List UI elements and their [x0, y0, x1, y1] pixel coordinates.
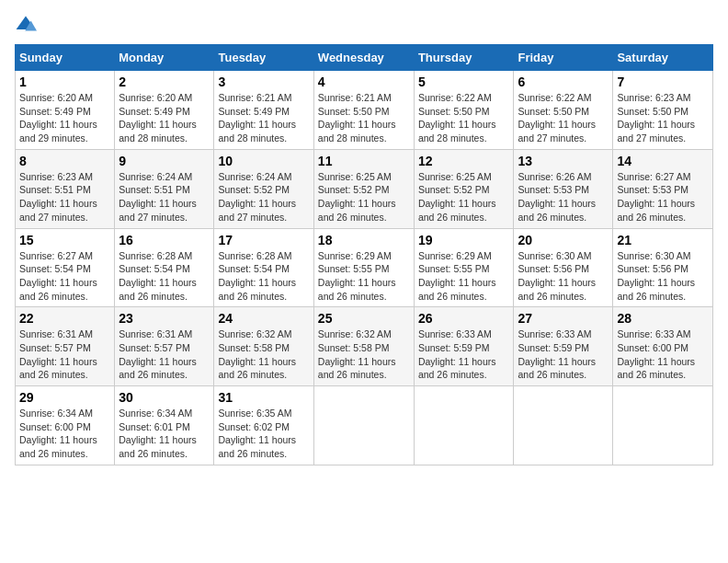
- calendar-cell: 26Sunrise: 6:33 AMSunset: 5:59 PMDayligh…: [414, 307, 514, 386]
- calendar-cell: 30Sunrise: 6:34 AMSunset: 6:01 PMDayligh…: [115, 386, 214, 465]
- day-info: Sunrise: 6:21 AMSunset: 5:50 PMDaylight:…: [318, 91, 410, 145]
- calendar-cell: 27Sunrise: 6:33 AMSunset: 5:59 PMDayligh…: [514, 307, 613, 386]
- logo-icon: [15, 15, 37, 33]
- calendar-cell: 19Sunrise: 6:29 AMSunset: 5:55 PMDayligh…: [414, 228, 514, 307]
- calendar-cell: 5Sunrise: 6:22 AMSunset: 5:50 PMDaylight…: [414, 71, 514, 150]
- day-info: Sunrise: 6:27 AMSunset: 5:54 PMDaylight:…: [19, 249, 110, 304]
- calendar-cell: 9Sunrise: 6:24 AMSunset: 5:51 PMDaylight…: [115, 149, 214, 228]
- day-info: Sunrise: 6:30 AMSunset: 5:56 PMDaylight:…: [617, 249, 709, 304]
- calendar-week-row: 15Sunrise: 6:27 AMSunset: 5:54 PMDayligh…: [16, 228, 713, 307]
- calendar-week-row: 8Sunrise: 6:23 AMSunset: 5:51 PMDaylight…: [16, 149, 713, 228]
- calendar-cell: 12Sunrise: 6:25 AMSunset: 5:52 PMDayligh…: [414, 149, 514, 228]
- calendar-body: 1Sunrise: 6:20 AMSunset: 5:49 PMDaylight…: [16, 71, 713, 465]
- day-info: Sunrise: 6:20 AMSunset: 5:49 PMDaylight:…: [19, 91, 110, 145]
- day-info: Sunrise: 6:32 AMSunset: 5:58 PMDaylight:…: [318, 327, 410, 382]
- day-number: 26: [418, 311, 510, 326]
- calendar-cell: 22Sunrise: 6:31 AMSunset: 5:57 PMDayligh…: [16, 307, 115, 386]
- day-number: 31: [218, 390, 309, 405]
- calendar-cell: [414, 386, 514, 465]
- day-info: Sunrise: 6:32 AMSunset: 5:58 PMDaylight:…: [218, 327, 309, 382]
- day-info: Sunrise: 6:26 AMSunset: 5:53 PMDaylight:…: [518, 170, 609, 224]
- calendar-cell: 3Sunrise: 6:21 AMSunset: 5:49 PMDaylight…: [214, 71, 313, 150]
- calendar-cell: 2Sunrise: 6:20 AMSunset: 5:49 PMDaylight…: [115, 71, 214, 150]
- day-info: Sunrise: 6:33 AMSunset: 6:00 PMDaylight:…: [617, 327, 709, 382]
- calendar-cell: 4Sunrise: 6:21 AMSunset: 5:50 PMDaylight…: [313, 71, 414, 150]
- calendar-cell: 20Sunrise: 6:30 AMSunset: 5:56 PMDayligh…: [514, 228, 613, 307]
- day-info: Sunrise: 6:35 AMSunset: 6:02 PMDaylight:…: [218, 407, 309, 461]
- day-info: Sunrise: 6:20 AMSunset: 5:49 PMDaylight:…: [119, 91, 210, 145]
- day-info: Sunrise: 6:22 AMSunset: 5:50 PMDaylight:…: [518, 91, 609, 145]
- day-header: Monday: [115, 45, 214, 71]
- header: [15, 15, 713, 33]
- day-number: 17: [218, 233, 309, 247]
- day-header: Thursday: [414, 45, 514, 71]
- day-info: Sunrise: 6:33 AMSunset: 5:59 PMDaylight:…: [418, 327, 510, 382]
- day-info: Sunrise: 6:27 AMSunset: 5:53 PMDaylight:…: [617, 170, 709, 224]
- day-number: 11: [318, 154, 410, 168]
- calendar-cell: 23Sunrise: 6:31 AMSunset: 5:57 PMDayligh…: [115, 307, 214, 386]
- calendar-cell: [514, 386, 613, 465]
- day-number: 23: [119, 311, 210, 326]
- day-info: Sunrise: 6:29 AMSunset: 5:55 PMDaylight:…: [418, 249, 510, 304]
- day-info: Sunrise: 6:33 AMSunset: 5:59 PMDaylight:…: [518, 327, 609, 382]
- day-info: Sunrise: 6:23 AMSunset: 5:51 PMDaylight:…: [19, 170, 110, 224]
- day-info: Sunrise: 6:31 AMSunset: 5:57 PMDaylight:…: [119, 327, 210, 382]
- day-header: Wednesday: [313, 45, 414, 71]
- day-info: Sunrise: 6:25 AMSunset: 5:52 PMDaylight:…: [418, 170, 510, 224]
- day-number: 1: [19, 75, 110, 89]
- day-number: 14: [617, 154, 709, 168]
- calendar-cell: 24Sunrise: 6:32 AMSunset: 5:58 PMDayligh…: [214, 307, 313, 386]
- calendar-cell: 14Sunrise: 6:27 AMSunset: 5:53 PMDayligh…: [613, 149, 713, 228]
- day-number: 7: [617, 75, 709, 89]
- day-info: Sunrise: 6:24 AMSunset: 5:52 PMDaylight:…: [218, 170, 309, 224]
- day-number: 10: [218, 154, 309, 168]
- calendar-cell: 28Sunrise: 6:33 AMSunset: 6:00 PMDayligh…: [613, 307, 713, 386]
- calendar-cell: 31Sunrise: 6:35 AMSunset: 6:02 PMDayligh…: [214, 386, 313, 465]
- calendar-cell: 8Sunrise: 6:23 AMSunset: 5:51 PMDaylight…: [16, 149, 115, 228]
- day-info: Sunrise: 6:30 AMSunset: 5:56 PMDaylight:…: [518, 249, 609, 304]
- calendar: SundayMondayTuesdayWednesdayThursdayFrid…: [15, 44, 713, 465]
- day-number: 30: [119, 390, 210, 405]
- day-number: 29: [19, 390, 110, 405]
- calendar-cell: 11Sunrise: 6:25 AMSunset: 5:52 PMDayligh…: [313, 149, 414, 228]
- day-number: 15: [19, 233, 110, 247]
- day-info: Sunrise: 6:28 AMSunset: 5:54 PMDaylight:…: [119, 249, 210, 304]
- day-number: 8: [19, 154, 110, 168]
- day-number: 5: [418, 75, 510, 89]
- day-info: Sunrise: 6:22 AMSunset: 5:50 PMDaylight:…: [418, 91, 510, 145]
- calendar-cell: 1Sunrise: 6:20 AMSunset: 5:49 PMDaylight…: [16, 71, 115, 150]
- day-info: Sunrise: 6:31 AMSunset: 5:57 PMDaylight:…: [19, 327, 110, 382]
- calendar-cell: 10Sunrise: 6:24 AMSunset: 5:52 PMDayligh…: [214, 149, 313, 228]
- calendar-cell: [613, 386, 713, 465]
- day-header: Sunday: [16, 45, 115, 71]
- day-number: 12: [418, 154, 510, 168]
- calendar-cell: 17Sunrise: 6:28 AMSunset: 5:54 PMDayligh…: [214, 228, 313, 307]
- day-header: Friday: [514, 45, 613, 71]
- calendar-cell: 18Sunrise: 6:29 AMSunset: 5:55 PMDayligh…: [313, 228, 414, 307]
- day-number: 4: [318, 75, 410, 89]
- calendar-cell: 25Sunrise: 6:32 AMSunset: 5:58 PMDayligh…: [313, 307, 414, 386]
- day-info: Sunrise: 6:34 AMSunset: 6:01 PMDaylight:…: [119, 407, 210, 461]
- day-info: Sunrise: 6:29 AMSunset: 5:55 PMDaylight:…: [318, 249, 410, 304]
- day-header: Tuesday: [214, 45, 313, 71]
- day-number: 13: [518, 154, 609, 168]
- calendar-cell: 7Sunrise: 6:23 AMSunset: 5:50 PMDaylight…: [613, 71, 713, 150]
- day-number: 25: [318, 311, 410, 326]
- day-number: 9: [119, 154, 210, 168]
- calendar-cell: 15Sunrise: 6:27 AMSunset: 5:54 PMDayligh…: [16, 228, 115, 307]
- day-number: 16: [119, 233, 210, 247]
- calendar-header-row: SundayMondayTuesdayWednesdayThursdayFrid…: [16, 45, 713, 71]
- calendar-week-row: 22Sunrise: 6:31 AMSunset: 5:57 PMDayligh…: [16, 307, 713, 386]
- day-number: 20: [518, 233, 609, 247]
- calendar-week-row: 1Sunrise: 6:20 AMSunset: 5:49 PMDaylight…: [16, 71, 713, 150]
- calendar-cell: 29Sunrise: 6:34 AMSunset: 6:00 PMDayligh…: [16, 386, 115, 465]
- calendar-cell: 6Sunrise: 6:22 AMSunset: 5:50 PMDaylight…: [514, 71, 613, 150]
- logo: [15, 15, 40, 33]
- day-info: Sunrise: 6:21 AMSunset: 5:49 PMDaylight:…: [218, 91, 309, 145]
- calendar-cell: 16Sunrise: 6:28 AMSunset: 5:54 PMDayligh…: [115, 228, 214, 307]
- day-number: 24: [218, 311, 309, 326]
- day-number: 6: [518, 75, 609, 89]
- calendar-cell: [313, 386, 414, 465]
- day-info: Sunrise: 6:25 AMSunset: 5:52 PMDaylight:…: [318, 170, 410, 224]
- day-info: Sunrise: 6:23 AMSunset: 5:50 PMDaylight:…: [617, 91, 709, 145]
